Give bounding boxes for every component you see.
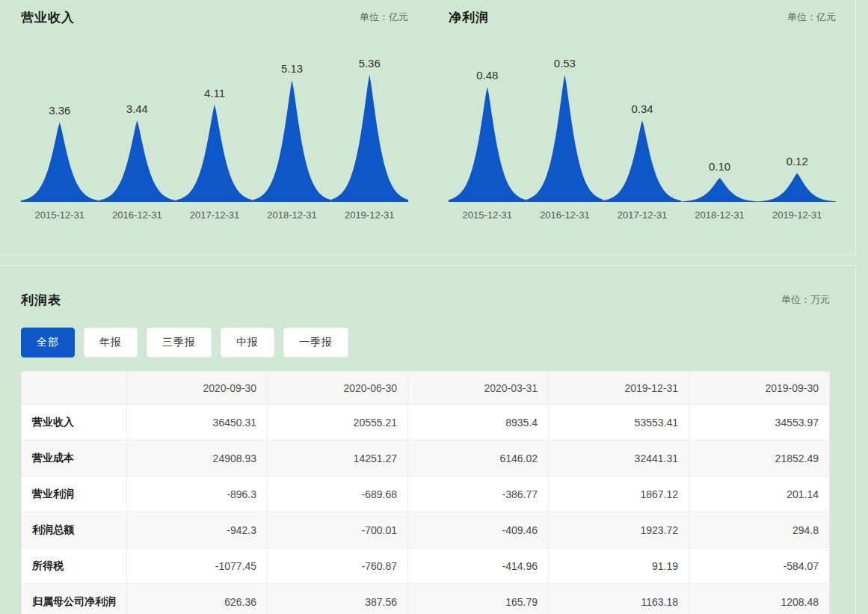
table-row: 营业利润-896.3-689.68-386.771867.12201.14 <box>22 476 830 512</box>
cell-value: -386.77 <box>408 476 549 512</box>
cell-value: 20555.21 <box>268 405 408 440</box>
income-statement-title: 利润表 <box>21 292 61 309</box>
cell-value: 1163.18 <box>549 584 689 614</box>
cell-value: -942.3 <box>127 512 268 548</box>
table-header-cell: 2020-09-30 <box>127 372 268 405</box>
peak-area <box>99 120 176 202</box>
cell-value: -760.87 <box>268 548 408 584</box>
filter-button-all[interactable]: 全部 <box>21 328 75 357</box>
peak-area <box>758 174 836 203</box>
peak-value-label: 5.13 <box>281 62 303 75</box>
peak-area <box>603 120 681 202</box>
cell-value: 53553.41 <box>549 405 689 440</box>
x-axis-date-label: 2015-12-31 <box>21 209 99 221</box>
x-axis-date-label: 2017-12-31 <box>176 209 253 221</box>
cell-value: 1923.72 <box>549 512 689 548</box>
income-statement-table: 2020-09-302020-06-302020-03-312019-12-31… <box>21 371 830 614</box>
cell-value: -414.96 <box>408 548 549 584</box>
cell-value: 24908.93 <box>127 440 268 476</box>
peak-value-label: 0.10 <box>709 160 730 173</box>
peak-area <box>176 105 253 202</box>
cell-value: 165.79 <box>408 584 549 614</box>
table-row: 归属母公司净利润626.36387.56165.791163.181208.48 <box>22 584 830 614</box>
cell-value: 14251.27 <box>268 440 408 476</box>
cell-value: 626.36 <box>127 584 268 614</box>
peak-area <box>330 75 408 202</box>
peak-value-label: 0.53 <box>554 57 576 70</box>
x-axis-date-label: 2017-12-31 <box>603 209 681 221</box>
table-header-cell <box>22 372 127 405</box>
cell-value: -584.07 <box>689 548 830 584</box>
cell-value: 1867.12 <box>549 476 689 512</box>
net-profit-chart: 净利润 单位：亿元 0.480.530.340.100.12 2015-12-3… <box>428 0 855 254</box>
cell-value: -896.3 <box>127 476 268 512</box>
table-header-cell: 2019-12-31 <box>549 372 689 405</box>
table-header-cell: 2020-06-30 <box>268 372 408 405</box>
table-row: 营业成本24908.9314251.276146.0232441.3121852… <box>22 440 830 476</box>
report-filter-group: 全部年报三季报中报一季报 <box>21 328 830 357</box>
x-axis-labels: 2015-12-312016-12-312017-12-312018-12-31… <box>21 209 408 221</box>
cell-value: 34553.97 <box>689 405 830 440</box>
cell-value: 1208.48 <box>689 584 830 614</box>
operating-revenue-chart: 营业收入 单位：亿元 3.363.444.115.135.36 2015-12-… <box>0 0 428 254</box>
peak-value-label: 0.48 <box>476 69 498 82</box>
chart-header: 净利润 单位：亿元 <box>449 9 836 25</box>
chart-plot-area: 0.480.530.340.100.12 <box>449 40 836 205</box>
cell-value: 6146.02 <box>408 440 549 476</box>
chart-plot-area: 3.363.444.115.135.36 <box>21 40 408 205</box>
peak-value-label: 3.36 <box>49 104 70 117</box>
row-label: 所得税 <box>22 548 127 584</box>
table-head: 2020-09-302020-06-302020-03-312019-12-31… <box>22 372 830 405</box>
peak-area <box>681 178 759 202</box>
peak-value-label: 0.34 <box>631 102 653 115</box>
filter-button-interim-report[interactable]: 中报 <box>221 328 274 357</box>
chart-header: 营业收入 单位：亿元 <box>21 9 408 25</box>
x-axis-date-label: 2019-12-31 <box>330 209 408 221</box>
table-row: 利润总额-942.3-700.01-409.461923.72294.8 <box>22 512 830 548</box>
chart-unit-label: 单位：亿元 <box>360 10 408 24</box>
cell-value: 8935.4 <box>408 405 549 440</box>
table-row: 所得税-1077.45-760.87-414.9691.19-584.07 <box>22 548 830 584</box>
cell-value: -1077.45 <box>127 548 268 584</box>
table-row: 营业收入36450.3120555.218935.453553.4134553.… <box>22 405 830 440</box>
chart-title: 净利润 <box>449 9 489 26</box>
peak-area <box>253 80 331 202</box>
cell-value: -409.46 <box>408 512 549 548</box>
chart-title: 营业收入 <box>21 9 75 26</box>
x-axis-date-label: 2016-12-31 <box>526 209 604 221</box>
cell-value: 201.14 <box>689 476 830 512</box>
x-axis-date-label: 2018-12-31 <box>253 209 331 221</box>
filter-button-q1-report[interactable]: 一季报 <box>283 328 348 357</box>
cell-value: 21852.49 <box>689 440 830 476</box>
peak-value-label: 3.44 <box>126 102 148 115</box>
cell-value: 294.8 <box>689 512 830 548</box>
x-axis-labels: 2015-12-312016-12-312017-12-312018-12-31… <box>449 209 836 221</box>
cell-value: 32441.31 <box>549 440 689 476</box>
peak-value-label: 0.12 <box>787 155 808 168</box>
peak-value-label: 4.11 <box>204 87 225 99</box>
x-axis-date-label: 2018-12-31 <box>681 209 759 221</box>
row-label: 利润总额 <box>22 512 127 548</box>
row-label: 营业利润 <box>22 476 127 512</box>
peaks-plot: 0.480.530.340.100.12 <box>449 40 836 205</box>
cell-value: -700.01 <box>268 512 408 548</box>
x-axis-date-label: 2019-12-31 <box>758 209 836 221</box>
row-label: 归属母公司净利润 <box>22 584 127 614</box>
peak-value-label: 5.36 <box>359 57 381 70</box>
cell-value: 387.56 <box>268 584 408 614</box>
income-statement-section: 利润表 单位：万元 全部年报三季报中报一季报 2020-09-302020-06… <box>0 265 856 614</box>
table-unit-label: 单位：万元 <box>781 293 830 307</box>
chart-unit-label: 单位：亿元 <box>787 10 836 24</box>
row-label: 营业收入 <box>22 405 127 440</box>
filter-button-annual-report[interactable]: 年报 <box>84 328 138 357</box>
filter-button-q3-report[interactable]: 三季报 <box>147 328 212 357</box>
table-header-cell: 2020-03-31 <box>408 372 549 405</box>
peak-area <box>21 122 99 202</box>
cell-value: 91.19 <box>549 548 689 584</box>
table-body: 营业收入36450.3120555.218935.453553.4134553.… <box>22 405 830 614</box>
section-header: 利润表 单位：万元 <box>21 292 830 308</box>
peaks-plot: 3.363.444.115.135.36 <box>21 40 408 205</box>
cell-value: 36450.31 <box>127 405 268 440</box>
x-axis-date-label: 2015-12-31 <box>449 209 526 221</box>
peak-area <box>526 75 604 202</box>
